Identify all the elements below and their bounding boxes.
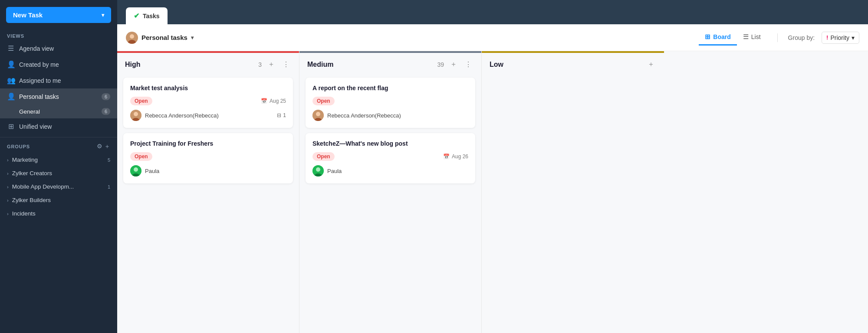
- group-by-selector[interactable]: ! Priority ▾: [822, 32, 859, 44]
- assignee-name-high-0: Rebecca Anderson(Rebecca): [145, 112, 219, 119]
- main-content: ✔ Tasks Personal tasks ▾ ⊞ Board ☰: [117, 0, 868, 333]
- group-by-label: Group by:: [788, 34, 815, 41]
- workspace-selector[interactable]: Personal tasks ▾: [126, 32, 194, 44]
- list-tab-label: List: [751, 33, 761, 40]
- column-low: Low ＋: [482, 51, 664, 333]
- zylker-builders-chevron-icon: ›: [7, 198, 9, 203]
- card-meta-high-1: Open: [130, 152, 286, 161]
- calendar-icon: 📅: [261, 98, 267, 104]
- card-assignee-medium-1: Paula: [312, 165, 342, 176]
- svg-point-10: [316, 112, 320, 116]
- card-title-medium-1: SketcheZ—What's new blog post: [312, 140, 468, 147]
- card-high-1[interactable]: Project Training for Freshers Open Paula: [123, 133, 293, 183]
- board-tab-label: Board: [713, 33, 730, 40]
- tasks-tab-icon: ✔: [134, 12, 139, 20]
- assignee-name-high-1: Paula: [145, 168, 159, 174]
- marketing-chevron-icon: ›: [7, 157, 9, 163]
- avatar-medium-0: [312, 110, 324, 121]
- agenda-label: Agenda view: [19, 45, 110, 52]
- column-add-low[interactable]: ＋: [646, 59, 656, 70]
- zylker-creators-chevron-icon: ›: [7, 171, 9, 176]
- agenda-icon: ☰: [7, 44, 15, 52]
- tab-list[interactable]: ☰ List: [737, 29, 767, 46]
- sidebar-group-mobile-app[interactable]: › Mobile App Developm... 1: [0, 180, 117, 193]
- sidebar-item-unified[interactable]: ⊞ Unified view: [0, 118, 117, 134]
- workspace-name: Personal tasks: [141, 34, 187, 41]
- column-header-high: High 3 ＋ ⋮: [117, 51, 299, 74]
- card-status-medium-0: Open: [312, 97, 335, 105]
- new-task-label: New Task: [13, 11, 43, 19]
- groups-actions[interactable]: ⚙ ＋: [97, 143, 110, 150]
- subtask-icon: ⊟: [277, 112, 281, 118]
- sidebar-group-marketing[interactable]: › Marketing 5: [0, 153, 117, 166]
- tasks-tab[interactable]: ✔ Tasks: [126, 7, 168, 24]
- card-status-medium-1: Open: [312, 152, 335, 161]
- sidebar-item-agenda[interactable]: ☰ Agenda view: [0, 40, 117, 56]
- view-tabs: ⊞ Board ☰ List: [699, 29, 766, 46]
- general-label: General: [19, 108, 102, 115]
- card-meta-medium-0: Open: [312, 97, 468, 105]
- card-meta-medium-1: Open 📅Aug 26: [312, 152, 468, 161]
- unified-label: Unified view: [19, 123, 110, 130]
- board-tab-icon: ⊞: [705, 33, 710, 41]
- column-title-low: Low: [490, 61, 641, 69]
- mobile-app-chevron-icon: ›: [7, 184, 9, 189]
- sidebar-sub-item-general[interactable]: General 6: [0, 104, 117, 118]
- avatar-high-0: [130, 110, 141, 121]
- card-title-high-1: Project Training for Freshers: [130, 140, 286, 147]
- sidebar-group-zylker-creators[interactable]: › Zylker Creators: [0, 166, 117, 180]
- svg-point-1: [130, 34, 134, 39]
- column-add-high[interactable]: ＋: [266, 59, 276, 70]
- created-by-me-label: Created by me: [19, 61, 110, 68]
- groups-section-label: GROUPS: [7, 144, 30, 149]
- card-medium-1[interactable]: SketcheZ—What's new blog post Open 📅Aug …: [306, 133, 475, 183]
- marketing-label: Marketing: [12, 157, 104, 163]
- column-add-medium[interactable]: ＋: [448, 59, 459, 70]
- list-tab-icon: ☰: [743, 33, 749, 41]
- personal-tasks-count: 6: [102, 93, 110, 100]
- priority-chevron-icon: ▾: [852, 34, 855, 41]
- assigned-to-me-icon: 👥: [7, 76, 15, 85]
- column-high: High 3 ＋ ⋮ Market test analysis Open 📅Au…: [117, 51, 299, 333]
- workspace-chevron-icon: ▾: [191, 35, 194, 41]
- card-assignee-high-0: Rebecca Anderson(Rebecca): [130, 110, 219, 121]
- card-title-medium-0: A report on the recent flag: [312, 85, 468, 91]
- card-footer-medium-1: Paula: [312, 165, 468, 176]
- marketing-count: 5: [108, 157, 110, 163]
- mobile-app-label: Mobile App Developm...: [12, 183, 104, 190]
- incidents-label: Incidents: [12, 210, 110, 217]
- general-count: 6: [102, 108, 110, 115]
- sidebar-item-assigned-to-me[interactable]: 👥 Assigned to me: [0, 72, 117, 88]
- sidebar-divider-1: [0, 137, 117, 137]
- workspace-avatar: [126, 32, 138, 44]
- column-title-high: High: [125, 61, 254, 69]
- avatar-high-1: [130, 165, 141, 176]
- card-status-high-1: Open: [130, 152, 152, 161]
- personal-tasks-label: Personal tasks: [19, 93, 97, 100]
- column-menu-medium[interactable]: ⋮: [463, 59, 473, 69]
- card-high-0[interactable]: Market test analysis Open 📅Aug 25 Rebecc…: [123, 78, 293, 128]
- toolbar: Personal tasks ▾ ⊞ Board ☰ List Group by…: [117, 24, 868, 51]
- created-by-me-icon: 👤: [7, 60, 15, 69]
- tab-board[interactable]: ⊞ Board: [699, 29, 736, 46]
- sidebar-item-personal-tasks[interactable]: 👤 Personal tasks 6: [0, 88, 117, 104]
- column-menu-high[interactable]: ⋮: [281, 59, 291, 69]
- cards-area-high: Market test analysis Open 📅Aug 25 Rebecc…: [117, 74, 299, 187]
- personal-tasks-icon: 👤: [7, 92, 15, 101]
- svg-point-13: [316, 167, 320, 172]
- priority-exclamation-icon: !: [826, 34, 828, 41]
- card-medium-0[interactable]: A report on the recent flag Open Rebecca…: [306, 78, 475, 128]
- sidebar-group-incidents[interactable]: › Incidents: [0, 207, 117, 220]
- assignee-name-medium-0: Rebecca Anderson(Rebecca): [327, 112, 401, 119]
- card-assignee-high-1: Paula: [130, 165, 159, 176]
- calendar-icon: 📅: [443, 153, 450, 160]
- zylker-builders-label: Zylker Builders: [12, 197, 110, 203]
- card-title-high-0: Market test analysis: [130, 85, 286, 91]
- card-meta-high-0: Open 📅Aug 25: [130, 97, 286, 105]
- sidebar-item-created-by-me[interactable]: 👤 Created by me: [0, 56, 117, 72]
- new-task-button[interactable]: New Task ▾: [6, 7, 111, 23]
- card-date-medium-1: 📅Aug 26: [443, 153, 468, 160]
- sidebar-group-zylker-builders[interactable]: › Zylker Builders: [0, 193, 117, 207]
- card-footer-medium-0: Rebecca Anderson(Rebecca): [312, 110, 468, 121]
- groups-section-header: GROUPS ⚙ ＋: [0, 140, 117, 153]
